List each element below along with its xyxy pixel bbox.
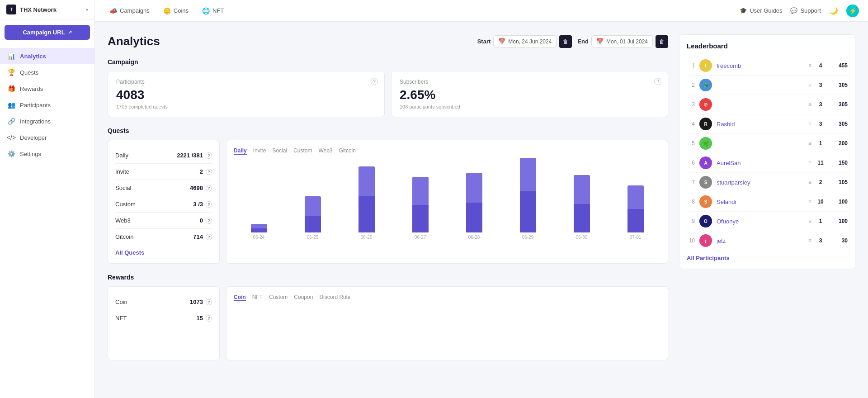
lb-name-8[interactable]: Selandr [717, 199, 804, 205]
lb-name-10[interactable]: jetz [717, 237, 804, 244]
topbar-coins[interactable]: 🪙 Coins [158, 5, 194, 17]
sidebar-item-participants-label: Participants [20, 102, 51, 109]
lb-avatar-7: S [699, 176, 712, 189]
sidebar-item-analytics[interactable]: 📊 Analytics [0, 48, 94, 64]
rewards-tab-coin[interactable]: Coin [234, 294, 246, 301]
bar-stack [520, 158, 536, 232]
campaign-url-button[interactable]: Campaign URL ↗ [5, 25, 90, 40]
rewards-tab-custom[interactable]: Custom [269, 294, 288, 301]
dark-mode-toggle[interactable]: 🌙 [829, 6, 838, 15]
lb-list-icon-3: ≡ [808, 101, 811, 108]
chart-tab-gitcoin[interactable]: Gitcoin [339, 147, 356, 155]
chevron-down-icon: ▾ [86, 7, 88, 12]
end-date-input[interactable]: 📅 Mon, 01 Jul 2024 [591, 35, 653, 47]
lb-avatar-1: f [699, 59, 712, 72]
chart-tab-daily[interactable]: Daily [234, 147, 247, 155]
coins-icon: 🪙 [163, 7, 171, 14]
lb-name-7[interactable]: stuartparsley [717, 179, 804, 186]
reward-value-nft: 15 ? [197, 315, 212, 322]
sidebar-item-rewards[interactable]: 🎁 Rewards [0, 81, 94, 97]
lb-row-7: 7 S stuartparsley ≡ 2 105 [687, 173, 848, 192]
rewards-tab-discord[interactable]: Discord Role [319, 294, 350, 301]
bar-bottom [627, 209, 644, 232]
quest-help-invite[interactable]: ? [206, 169, 212, 175]
sidebar-item-participants[interactable]: 👥 Participants [0, 97, 94, 113]
bar-stack [627, 185, 644, 232]
lb-row-1: 1 f freecomb ≡ 4 455 [687, 56, 848, 76]
lb-points-1: 455 [830, 62, 848, 69]
bar-top [574, 175, 590, 204]
lb-points-6: 150 [830, 160, 848, 166]
participants-help-icon[interactable]: ? [371, 78, 378, 85]
lb-row-9: 9 O Ofuonye ≡ 1 100 [687, 212, 848, 231]
lb-avatar-6: A [699, 156, 712, 169]
lb-avatar-4: R [699, 118, 712, 130]
lb-name-6[interactable]: AurelSan [717, 160, 804, 166]
start-date-clear-button[interactable]: 🗑 [559, 35, 572, 48]
user-guides-button[interactable]: 🎓 User Guides [740, 7, 782, 14]
developer-icon: </> [7, 133, 15, 142]
quests-panel: Daily 2221 /381 ? Invite 2 ? [108, 140, 220, 264]
bar-bottom [574, 204, 590, 232]
quest-help-daily[interactable]: ? [206, 152, 212, 159]
lb-avatar-10: j [699, 234, 712, 247]
main-area: 📣 Campaigns 🪙 Coins 🌐 NFT 🎓 User Guides … [95, 0, 868, 398]
lb-rank-2: 2 [687, 82, 695, 88]
reward-value-coin: 1073 ? [190, 298, 212, 305]
bar-col-06-29: 06-29 [503, 158, 553, 240]
quest-row-invite: Invite 2 ? [115, 164, 212, 180]
chart-tab-custom[interactable]: Custom [293, 147, 312, 155]
bar-top [466, 173, 482, 203]
lb-rank-6: 6 [687, 160, 695, 166]
subscribers-label: Subscribers [400, 79, 660, 85]
lb-name-9[interactable]: Ofuonye [717, 218, 804, 225]
sidebar-item-quests[interactable]: 🏆 Quests [0, 64, 94, 81]
sidebar-item-developer[interactable]: </> Developer [0, 129, 94, 146]
lb-quests-5: 1 [816, 140, 825, 147]
lb-quests-4: 3 [816, 121, 825, 127]
bar-top [412, 177, 429, 205]
quest-value-custom: 3 /3 ? [193, 201, 212, 208]
lb-name-4[interactable]: Rashid [717, 121, 804, 128]
bar-col-07-01: 07-01 [610, 185, 660, 240]
reward-help-coin[interactable]: ? [206, 299, 212, 305]
subscribers-help-icon[interactable]: ? [654, 78, 661, 85]
quest-help-social[interactable]: ? [206, 185, 212, 191]
participants-card: Participants 4083 1705 completed quests … [108, 71, 385, 117]
date-controls: Start 📅 Mon, 24 Jun 2024 🗑 End 📅 Mon, 01… [477, 35, 668, 48]
chart-tab-social[interactable]: Social [272, 147, 287, 155]
topbar-campaigns[interactable]: 📣 Campaigns [104, 5, 155, 17]
support-button[interactable]: 💬 Support [790, 7, 821, 14]
sidebar-item-quests-label: Quests [20, 69, 38, 76]
bar-col-06-28: 06-28 [449, 173, 499, 240]
lb-rank-7: 7 [687, 179, 695, 185]
reward-help-nft[interactable]: ? [206, 315, 212, 322]
external-link-icon: ↗ [68, 29, 72, 35]
lb-row-5: 5 🌿 ≡ 1 200 [687, 134, 848, 153]
quest-value-daily: 2221 /381 ? [177, 152, 212, 159]
start-date-input[interactable]: 📅 Mon, 24 Jun 2024 [493, 35, 557, 47]
lb-points-10: 30 [830, 237, 848, 244]
sidebar-item-integrations[interactable]: 🔗 Integrations [0, 113, 94, 129]
rewards-tab-nft[interactable]: NFT [252, 294, 263, 301]
lb-quests-3: 3 [816, 101, 825, 108]
chart-tab-web3[interactable]: Web3 [318, 147, 332, 155]
all-participants-link[interactable]: All Participants [687, 255, 848, 261]
quest-help-custom[interactable]: ? [206, 201, 212, 208]
topbar-nft[interactable]: 🌐 NFT [197, 5, 229, 17]
bar-date: 06-28 [468, 235, 480, 240]
sidebar-item-settings[interactable]: ⚙️ Settings [0, 146, 94, 162]
end-date-clear-button[interactable]: 🗑 [656, 35, 668, 48]
all-quests-link[interactable]: All Quests [115, 249, 212, 256]
rewards-chart-tabs: Coin NFT Custom Coupon Discord Role [234, 294, 660, 301]
sidebar-nav: 📊 Analytics 🏆 Quests 🎁 Rewards 👥 Partici… [0, 45, 94, 398]
chart-tab-invite[interactable]: Invite [253, 147, 266, 155]
subscribers-value: 2.65% [400, 88, 660, 102]
quest-help-web3[interactable]: ? [206, 218, 212, 224]
rewards-tab-coupon[interactable]: Coupon [294, 294, 313, 301]
bar-bottom [359, 196, 375, 232]
quest-help-gitcoin[interactable]: ? [206, 234, 212, 240]
brand-button[interactable]: T THX Network ▾ [0, 0, 94, 19]
lb-name-1[interactable]: freecomb [717, 62, 804, 69]
lb-rank-8: 8 [687, 199, 695, 205]
